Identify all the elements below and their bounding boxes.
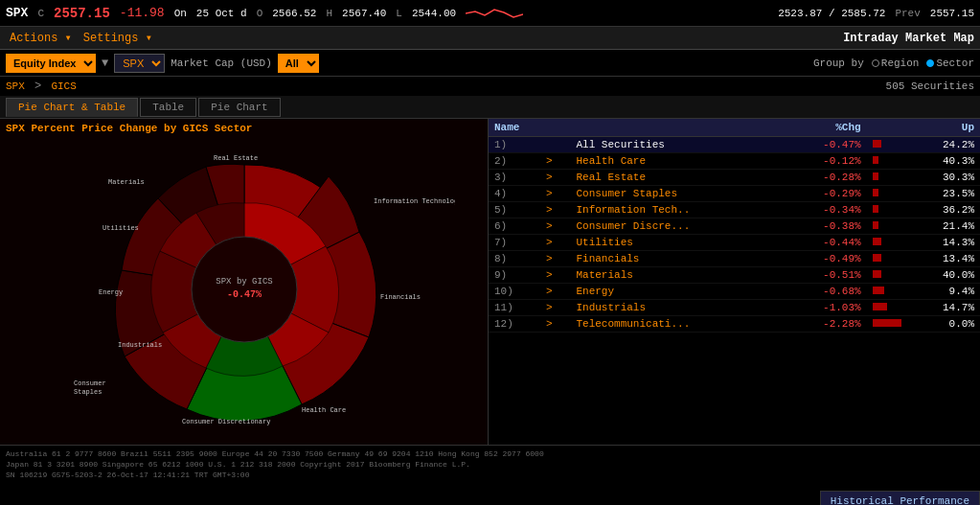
row-name[interactable]: Real Estate xyxy=(570,170,783,186)
industrials-label: Industrials xyxy=(118,341,162,349)
row-pct: -2.28% xyxy=(783,316,866,333)
row-name[interactable]: Financials xyxy=(570,251,783,267)
row-pct: -0.28% xyxy=(783,170,866,186)
row-pct: -1.03% xyxy=(783,300,866,316)
intraday-label: Intraday Market Map xyxy=(843,32,974,45)
ticker-high: 2567.40 xyxy=(342,8,386,19)
health-care-pie-label: Health Care xyxy=(302,406,346,414)
row-bar xyxy=(867,316,907,333)
ticker-h-label: H xyxy=(326,8,332,19)
spx-dropdown[interactable]: SPX xyxy=(114,54,165,73)
energy-label: Energy xyxy=(99,288,123,296)
footer: Australia 61 2 9777 8600 Brazil 5511 239… xyxy=(0,445,980,483)
table-row[interactable]: 11) > Industrials -1.03% 14.7% xyxy=(489,300,980,316)
table-row[interactable]: 10) > Energy -0.68% 9.4% xyxy=(489,284,980,300)
row-num: 7) xyxy=(489,235,540,251)
row-num: 8) xyxy=(489,251,540,267)
breadcrumb-sep: > xyxy=(34,80,41,93)
row-up: 36.2% xyxy=(907,202,980,218)
it-label: Information Technology xyxy=(374,197,455,205)
tab-bar: Pie Chart & Table Table Pie Chart xyxy=(0,96,980,119)
row-name[interactable]: Telecommunicati... xyxy=(570,316,783,333)
row-up: 40.0% xyxy=(907,267,980,284)
table-row[interactable]: 6) > Consumer Discre... -0.38% 21.4% xyxy=(489,218,980,235)
row-name[interactable]: All Securities xyxy=(570,137,783,153)
groupby-region[interactable]: Region xyxy=(872,57,920,69)
row-name[interactable]: Utilities xyxy=(570,235,783,251)
chart-title: SPX Percent Price Change by GICS Sector xyxy=(0,119,488,138)
row-pct: -0.49% xyxy=(783,251,866,267)
actions-left: Actions ▾ Settings ▾ xyxy=(6,30,156,46)
table-row[interactable]: 9) > Materials -0.51% 40.0% xyxy=(489,267,980,284)
equity-index-dropdown[interactable]: Equity Index xyxy=(6,54,96,73)
ticker-l-label: L xyxy=(396,8,402,19)
groupby-sector[interactable]: Sector xyxy=(926,57,974,69)
settings-button[interactable]: Settings ▾ xyxy=(80,30,156,46)
table-row[interactable]: 3) > Real Estate -0.28% 30.3% xyxy=(489,170,980,186)
row-bar xyxy=(867,186,907,202)
row-bar xyxy=(867,235,907,251)
col-pct-chg[interactable]: %Chg xyxy=(783,119,866,137)
actions-button[interactable]: Actions ▾ xyxy=(6,30,76,46)
table-row[interactable]: 2) > Health Care -0.12% 40.3% xyxy=(489,153,980,170)
bottom-section: Australia 61 2 9777 8600 Brazil 5511 239… xyxy=(0,445,980,505)
col-name[interactable]: Name xyxy=(489,119,783,137)
col-up[interactable]: Up xyxy=(907,119,980,137)
col-bar xyxy=(867,119,907,137)
row-num: 10) xyxy=(489,284,540,300)
market-cap-dropdown[interactable]: All xyxy=(278,54,319,73)
row-bar xyxy=(867,251,907,267)
row-up: 14.3% xyxy=(907,235,980,251)
center-label: SPX by GICS xyxy=(216,277,272,287)
row-arrow: > xyxy=(540,186,571,202)
row-name[interactable]: Consumer Staples xyxy=(570,186,783,202)
row-num: 1) xyxy=(489,137,540,153)
breadcrumb-gics[interactable]: GICS xyxy=(51,80,76,92)
tab-table[interactable]: Table xyxy=(140,98,196,117)
breadcrumb-spx[interactable]: SPX xyxy=(6,80,25,92)
ticker-range: 2523.87 / 2585.72 xyxy=(778,8,885,19)
ticker-prev-label: Prev xyxy=(895,8,920,19)
table-row[interactable]: 5) > Information Tech.. -0.34% 36.2% xyxy=(489,202,980,218)
consumer-staples-label2: Staples xyxy=(74,388,102,396)
row-arrow xyxy=(540,137,571,153)
row-name[interactable]: Health Care xyxy=(570,153,783,170)
table-row[interactable]: 1) All Securities -0.47% 24.2% xyxy=(489,137,980,153)
row-num: 5) xyxy=(489,202,540,218)
footer-line1: Australia 61 2 9777 8600 Brazil 5511 239… xyxy=(6,448,974,459)
financials-label: Financials xyxy=(380,293,421,301)
row-name[interactable]: Consumer Discre... xyxy=(570,218,783,235)
table-row[interactable]: 4) > Consumer Staples -0.29% 23.5% xyxy=(489,186,980,202)
row-num: 2) xyxy=(489,153,540,170)
region-radio[interactable] xyxy=(872,59,879,67)
sector-radio[interactable] xyxy=(926,59,934,67)
pie-container: SPX by GICS -0.47% Information Technolog… xyxy=(0,138,488,441)
table-row[interactable]: 8) > Financials -0.49% 13.4% xyxy=(489,251,980,267)
market-cap-label: Market Cap (USD) xyxy=(171,57,272,69)
row-name[interactable]: Industrials xyxy=(570,300,783,316)
row-arrow: > xyxy=(540,300,571,316)
filter-bar: Equity Index ▼ SPX Market Cap (USD) All … xyxy=(0,50,980,77)
row-arrow: > xyxy=(540,170,571,186)
historical-performance-button[interactable]: Historical Performance xyxy=(820,491,980,505)
row-up: 9.4% xyxy=(907,284,980,300)
row-name[interactable]: Information Tech.. xyxy=(570,202,783,218)
mini-chart xyxy=(466,4,523,23)
row-num: 6) xyxy=(489,218,540,235)
table-row[interactable]: 12) > Telecommunicati... -2.28% 0.0% xyxy=(489,316,980,333)
table-row[interactable]: 7) > Utilities -0.44% 14.3% xyxy=(489,235,980,251)
footer-line3: SN 106219 G575-5203-2 26-Oct-17 12:41:21… xyxy=(6,470,974,480)
row-pct: -0.38% xyxy=(783,218,866,235)
row-bar xyxy=(867,267,907,284)
tab-pie-chart[interactable]: Pie Chart xyxy=(198,98,280,117)
row-name[interactable]: Energy xyxy=(570,284,783,300)
data-table: Name %Chg Up 1) All Securities -0.47% 24… xyxy=(489,119,980,333)
row-arrow: > xyxy=(540,235,571,251)
ticker-o-label: O xyxy=(257,8,263,19)
row-bar xyxy=(867,284,907,300)
ticker-on: On xyxy=(174,8,187,19)
materials-label: Materials xyxy=(108,178,145,186)
tab-pie-chart-table[interactable]: Pie Chart & Table xyxy=(6,98,138,117)
row-name[interactable]: Materials xyxy=(570,267,783,284)
ticker-date: 25 Oct d xyxy=(196,8,247,19)
